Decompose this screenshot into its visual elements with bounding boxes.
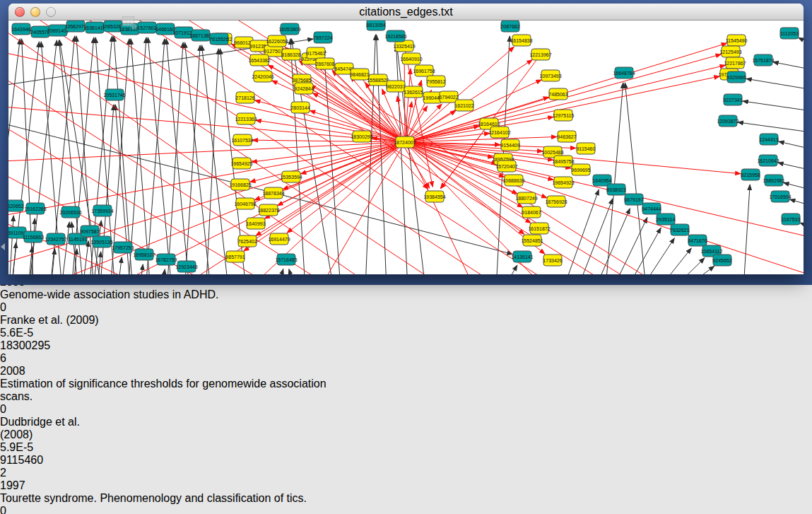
graph-node[interactable]: 16053809 [278, 23, 300, 35]
graph-node[interactable]: 16151872 [528, 223, 550, 234]
graph-node[interactable]: 9857791 [225, 251, 245, 262]
graph-node[interactable]: 16210643 [757, 155, 779, 166]
graph-node[interactable]: 15716485 [275, 254, 297, 265]
graph-node[interactable]: 7632621 [670, 224, 689, 235]
graph-node[interactable]: 18807249 [515, 192, 537, 204]
table-cell[interactable]: 0 [0, 505, 52, 514]
graph-node[interactable]: 1643946 [11, 23, 30, 35]
graph-node[interactable]: 9329966 [726, 71, 746, 83]
graph-node[interactable]: 9242844 [294, 83, 313, 94]
graph-node[interactable]: 12213363 [235, 113, 257, 124]
graph-node[interactable]: 1733426 [543, 255, 562, 266]
graph-node[interactable]: 18756928 [545, 196, 567, 207]
graph-node[interactable]: 16046798 [234, 198, 256, 209]
graph-node[interactable]: 19384554 [423, 191, 445, 202]
graph-node[interactable]: 8938923 [606, 184, 625, 195]
graph-node[interactable]: 12923448 [175, 261, 197, 272]
table-cell[interactable]: 9115460 [0, 454, 64, 467]
table-row[interactable]: 1830029562008Estimation of significance … [0, 339, 812, 454]
graph-node[interactable]: 19654923 [552, 177, 574, 188]
graph-node[interactable]: 15162268 [24, 203, 46, 214]
graph-node[interactable]: 9154409 [500, 139, 519, 151]
table-cell[interactable]: 6 [0, 352, 69, 365]
network-canvas[interactable]: 1872400718300295796382296601289912354912… [8, 21, 804, 277]
graph-node[interactable]: 9822037 [386, 81, 405, 92]
graph-node[interactable]: 2803144 [290, 102, 310, 113]
graph-node[interactable]: 10973493 [539, 70, 561, 81]
graph-node[interactable]: 18300295 [351, 131, 372, 142]
graph-node[interactable]: 6679197 [624, 194, 643, 205]
graph-node[interactable]: 12213967 [529, 49, 551, 60]
graph-node[interactable]: 16154838 [510, 35, 532, 46]
graph-node[interactable]: 19166825 [229, 179, 251, 190]
graph-node[interactable]: 1244413 [759, 134, 778, 145]
table-cell[interactable]: Genome-wide association studies in ADHD. [0, 288, 353, 301]
graph-node[interactable]: 16914479 [268, 233, 290, 245]
graph-node[interactable]: 16107534 [231, 134, 253, 146]
graph-node[interactable]: 16782759 [155, 254, 177, 265]
graph-node[interactable]: 2935114 [657, 214, 676, 225]
table-cell[interactable]: Estimation of significance thresholds fo… [0, 378, 353, 403]
graph-node[interactable]: 16961758 [413, 65, 435, 76]
graph-node[interactable]: 20206536 [59, 206, 81, 218]
graph-node[interactable]: 18724007 [394, 136, 416, 148]
close-window-button[interactable] [15, 7, 25, 17]
graph-node[interactable]: 18822378 [257, 204, 279, 216]
table-cell[interactable]: Franke et al. (2009) [0, 314, 113, 327]
graph-node[interactable]: 12164102 [488, 127, 510, 138]
table-cell[interactable]: 2008 [0, 365, 53, 378]
graph-node[interactable]: 7615526 [209, 33, 228, 45]
graph-node[interactable]: 16958107 [133, 249, 155, 260]
graph-node[interactable]: 1640993 [246, 218, 265, 229]
table-cell[interactable]: Tourette syndrome. Phenomenology and cla… [0, 492, 353, 505]
graph-node[interactable]: 15751874 [752, 54, 774, 66]
graph-node[interactable]: 16226058 [266, 35, 288, 47]
graph-node[interactable]: 12975115 [553, 110, 575, 121]
zoom-window-button[interactable] [46, 7, 56, 17]
graph-node[interactable]: 9699695 [571, 164, 590, 175]
graph-node[interactable]: 14136141 [511, 251, 533, 262]
table-cell[interactable]: 1997 [0, 479, 53, 492]
graph-node[interactable]: 9184067 [522, 206, 541, 218]
graph-node[interactable]: 7485063 [548, 88, 567, 100]
graph-node[interactable]: 16543382 [248, 54, 270, 66]
graph-node[interactable]: 12125493 [719, 46, 741, 57]
table-cell[interactable]: 2 [0, 467, 69, 479]
graph-node[interactable]: 13505135 [90, 236, 112, 247]
graph-node[interactable]: 17957253 [112, 242, 134, 253]
graph-node[interactable]: 9463627 [557, 131, 576, 142]
graph-node[interactable]: 11156863 [23, 231, 44, 243]
graph-node[interactable]: 12093872 [717, 115, 739, 127]
graph-node[interactable]: 16648784 [613, 67, 635, 78]
graph-node[interactable]: 9245652 [712, 255, 731, 266]
graph-node[interactable]: 1167533 [782, 214, 801, 225]
table-cell[interactable]: 5.6E-5 [0, 327, 78, 339]
graph-node[interactable]: 2718126 [235, 92, 254, 103]
graph-node[interactable]: 7625402 [237, 235, 257, 247]
graph-node[interactable]: 17016504 [769, 191, 791, 202]
table-cell[interactable]: 0 [0, 403, 52, 416]
graph-node[interactable]: 9227341 [723, 94, 742, 105]
graph-node[interactable]: 15353594 [280, 171, 302, 182]
graph-node[interactable]: 9097587 [80, 226, 99, 237]
graph-node[interactable]: 2867608 [315, 58, 334, 69]
graph-node[interactable]: 11545490 [726, 35, 748, 46]
delete-table-icon[interactable] [121, 21, 141, 33]
graph-node[interactable]: 15720407 [495, 160, 517, 172]
table-cell[interactable]: 5.9E-5 [0, 441, 78, 454]
graph-node[interactable]: 1112053 [780, 28, 799, 39]
graph-node[interactable]: 9474444 [642, 203, 661, 214]
graph-node[interactable]: 1621022 [454, 100, 473, 111]
collapse-splitter-icon[interactable] [1, 243, 5, 250]
graph-node[interactable]: 9115460 [577, 143, 596, 154]
graph-node[interactable]: 12342757 [45, 233, 66, 245]
graph-node[interactable]: 17359934 [91, 205, 113, 216]
graph-node[interactable]: 1362615 [404, 86, 423, 98]
graph-node[interactable]: 16671388 [189, 30, 211, 41]
graph-node[interactable]: 2087682 [500, 21, 519, 32]
graph-node[interactable]: 15524851 [521, 235, 543, 246]
table-cell[interactable]: 0 [0, 301, 52, 314]
graph-node[interactable]: 12217867 [724, 57, 746, 69]
graph-node[interactable]: 16640910 [400, 53, 422, 64]
graph-node[interactable]: 8186328 [281, 49, 300, 60]
